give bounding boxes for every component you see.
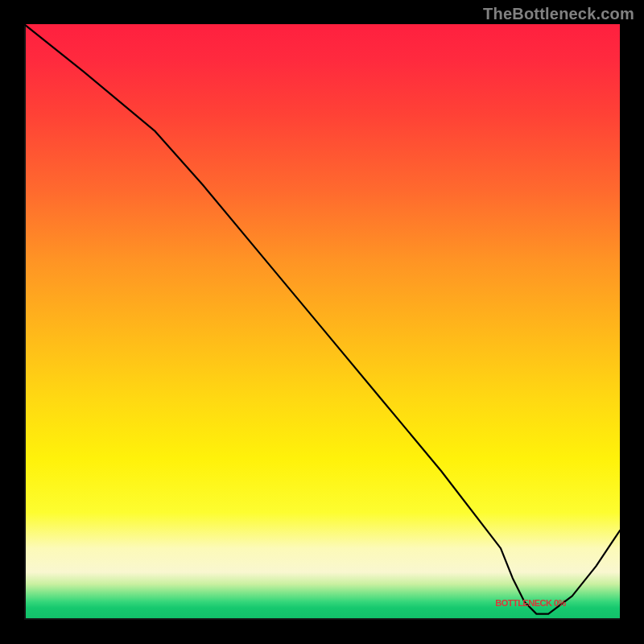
watermark-text: TheBottleneck.com [483,5,634,23]
chart-frame: TheBottleneck.com BOTTLENECK 0% [0,0,644,644]
x-axis [24,618,620,620]
chart-plot-area [24,24,620,620]
y-axis [24,24,26,620]
